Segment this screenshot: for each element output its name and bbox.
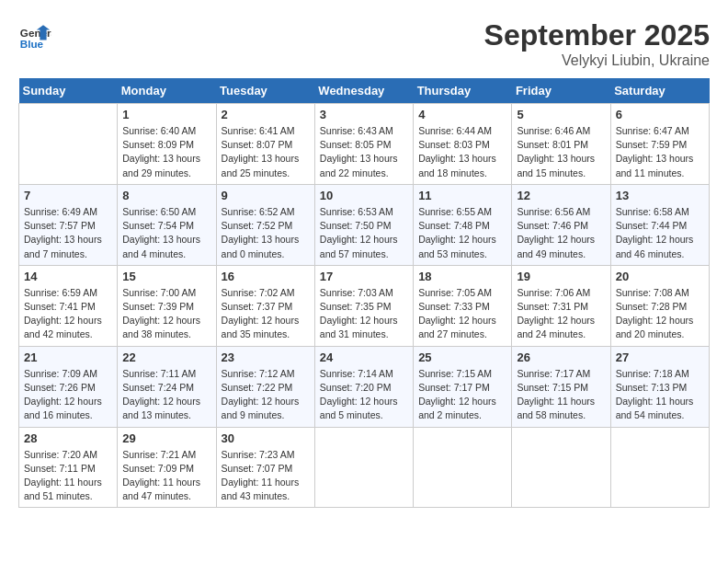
day-number: 22 [122,350,210,364]
day-info: Sunrise: 7:12 AMSunset: 7:22 PMDaylight:… [222,367,310,423]
day-cell: 9Sunrise: 6:52 AMSunset: 7:52 PMDaylight… [216,184,314,265]
day-info: Sunrise: 6:44 AMSunset: 8:03 PMDaylight:… [418,124,506,180]
day-info: Sunrise: 6:59 AMSunset: 7:41 PMDaylight:… [24,286,112,342]
day-info: Sunrise: 7:03 AMSunset: 7:35 PMDaylight:… [320,286,408,342]
day-info: Sunrise: 6:52 AMSunset: 7:52 PMDaylight:… [222,205,310,261]
page-header: General Blue September 2025 Velykyi Liub… [18,18,710,69]
day-cell: 16Sunrise: 7:02 AMSunset: 7:37 PMDayligh… [216,265,314,346]
day-cell: 3Sunrise: 6:43 AMSunset: 8:05 PMDaylight… [314,104,413,185]
day-cell: 18Sunrise: 7:05 AMSunset: 7:33 PMDayligh… [414,265,512,346]
day-info: Sunrise: 6:46 AMSunset: 8:01 PMDaylight:… [517,124,605,180]
column-header-wednesday: Wednesday [314,78,413,104]
logo: General Blue [18,18,53,52]
day-number: 3 [320,108,408,121]
day-number: 8 [122,189,210,202]
day-cell [19,104,118,185]
day-number: 19 [517,270,605,283]
location-title: Velykyi Liubin, Ukraine [484,52,710,69]
day-cell: 12Sunrise: 6:56 AMSunset: 7:46 PMDayligh… [512,184,610,265]
day-info: Sunrise: 6:49 AMSunset: 7:57 PMDaylight:… [24,205,112,261]
day-number: 18 [418,270,506,283]
day-cell: 10Sunrise: 6:53 AMSunset: 7:50 PMDayligh… [314,184,413,265]
day-cell: 11Sunrise: 6:55 AMSunset: 7:48 PMDayligh… [414,184,512,265]
day-cell [512,427,610,508]
day-cell: 21Sunrise: 7:09 AMSunset: 7:26 PMDayligh… [19,346,118,427]
day-cell: 15Sunrise: 7:00 AMSunset: 7:39 PMDayligh… [118,265,216,346]
day-number: 24 [320,350,408,364]
day-number: 29 [122,431,210,445]
day-number: 11 [418,189,506,202]
header-row: SundayMondayTuesdayWednesdayThursdayFrid… [19,78,710,104]
day-info: Sunrise: 7:17 AMSunset: 7:15 PMDaylight:… [517,367,605,423]
day-number: 26 [517,350,605,364]
day-number: 25 [418,350,506,364]
month-title: September 2025 [484,18,710,52]
day-info: Sunrise: 7:06 AMSunset: 7:31 PMDaylight:… [517,286,605,342]
week-row-2: 7Sunrise: 6:49 AMSunset: 7:57 PMDaylight… [19,184,710,265]
day-cell: 7Sunrise: 6:49 AMSunset: 7:57 PMDaylight… [19,184,118,265]
day-number: 13 [616,189,704,202]
day-cell: 22Sunrise: 7:11 AMSunset: 7:24 PMDayligh… [118,346,216,427]
day-cell: 25Sunrise: 7:15 AMSunset: 7:17 PMDayligh… [414,346,512,427]
day-info: Sunrise: 7:14 AMSunset: 7:20 PMDaylight:… [320,367,408,423]
day-cell: 30Sunrise: 7:23 AMSunset: 7:07 PMDayligh… [216,427,314,508]
day-number: 27 [616,350,704,364]
week-row-3: 14Sunrise: 6:59 AMSunset: 7:41 PMDayligh… [19,265,710,346]
day-cell: 13Sunrise: 6:58 AMSunset: 7:44 PMDayligh… [610,184,709,265]
column-header-friday: Friday [512,78,610,104]
day-cell: 17Sunrise: 7:03 AMSunset: 7:35 PMDayligh… [314,265,413,346]
day-number: 1 [122,108,210,121]
day-number: 5 [517,108,605,121]
week-row-5: 28Sunrise: 7:20 AMSunset: 7:11 PMDayligh… [19,427,710,508]
day-info: Sunrise: 6:56 AMSunset: 7:46 PMDaylight:… [517,205,605,261]
day-cell: 6Sunrise: 6:47 AMSunset: 7:59 PMDaylight… [610,104,709,185]
day-info: Sunrise: 7:09 AMSunset: 7:26 PMDaylight:… [24,367,112,423]
day-number: 21 [24,350,112,364]
day-cell: 20Sunrise: 7:08 AMSunset: 7:28 PMDayligh… [610,265,709,346]
day-info: Sunrise: 7:15 AMSunset: 7:17 PMDaylight:… [418,367,506,423]
day-cell: 8Sunrise: 6:50 AMSunset: 7:54 PMDaylight… [118,184,216,265]
day-number: 23 [222,350,310,364]
day-info: Sunrise: 7:02 AMSunset: 7:37 PMDaylight:… [222,286,310,342]
day-info: Sunrise: 6:40 AMSunset: 8:09 PMDaylight:… [122,124,210,180]
day-info: Sunrise: 6:53 AMSunset: 7:50 PMDaylight:… [320,205,408,261]
day-info: Sunrise: 7:23 AMSunset: 7:07 PMDaylight:… [222,448,310,504]
week-row-4: 21Sunrise: 7:09 AMSunset: 7:26 PMDayligh… [19,346,710,427]
day-info: Sunrise: 7:20 AMSunset: 7:11 PMDaylight:… [24,448,112,504]
day-number: 14 [24,270,112,283]
day-cell: 24Sunrise: 7:14 AMSunset: 7:20 PMDayligh… [314,346,413,427]
day-number: 28 [24,431,112,445]
title-block: September 2025 Velykyi Liubin, Ukraine [484,18,710,69]
logo-icon: General Blue [18,18,51,52]
column-header-sunday: Sunday [19,78,118,104]
day-cell [314,427,413,508]
column-header-saturday: Saturday [610,78,709,104]
day-number: 9 [222,189,310,202]
day-number: 10 [320,189,408,202]
day-info: Sunrise: 6:55 AMSunset: 7:48 PMDaylight:… [418,205,506,261]
day-number: 7 [24,189,112,202]
day-cell: 26Sunrise: 7:17 AMSunset: 7:15 PMDayligh… [512,346,610,427]
column-header-monday: Monday [118,78,216,104]
day-info: Sunrise: 6:47 AMSunset: 7:59 PMDaylight:… [616,124,704,180]
day-number: 15 [122,270,210,283]
day-cell: 19Sunrise: 7:06 AMSunset: 7:31 PMDayligh… [512,265,610,346]
day-number: 6 [616,108,704,121]
day-info: Sunrise: 6:43 AMSunset: 8:05 PMDaylight:… [320,124,408,180]
day-number: 30 [222,431,310,445]
day-number: 2 [222,108,310,121]
day-info: Sunrise: 7:00 AMSunset: 7:39 PMDaylight:… [122,286,210,342]
day-number: 17 [320,270,408,283]
day-cell: 5Sunrise: 6:46 AMSunset: 8:01 PMDaylight… [512,104,610,185]
day-cell: 27Sunrise: 7:18 AMSunset: 7:13 PMDayligh… [610,346,709,427]
day-number: 16 [222,270,310,283]
day-number: 12 [517,189,605,202]
day-number: 4 [418,108,506,121]
week-row-1: 1Sunrise: 6:40 AMSunset: 8:09 PMDaylight… [19,104,710,185]
column-header-thursday: Thursday [414,78,512,104]
day-info: Sunrise: 6:58 AMSunset: 7:44 PMDaylight:… [616,205,704,261]
column-header-tuesday: Tuesday [216,78,314,104]
day-cell: 23Sunrise: 7:12 AMSunset: 7:22 PMDayligh… [216,346,314,427]
calendar-table: SundayMondayTuesdayWednesdayThursdayFrid… [18,78,710,508]
day-info: Sunrise: 7:11 AMSunset: 7:24 PMDaylight:… [122,367,210,423]
